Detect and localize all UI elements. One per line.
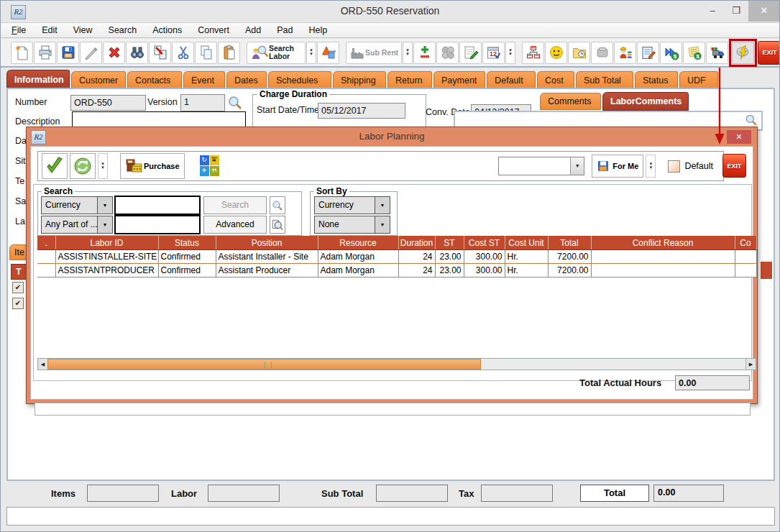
tab-shipping[interactable]: Shipping xyxy=(333,71,386,88)
col-total[interactable]: Total xyxy=(548,236,591,250)
col-cut[interactable]: Co xyxy=(735,236,756,250)
col-resource[interactable]: Resource xyxy=(318,236,398,250)
scroll-right-arrow[interactable]: ▶ xyxy=(745,359,756,370)
refresh-dropdown[interactable] xyxy=(98,153,108,179)
paste-button[interactable] xyxy=(218,42,240,64)
tab-event[interactable]: Event xyxy=(183,71,225,88)
table-row[interactable]: ASSISTANTPRODUCER Confirmed Assistant Pr… xyxy=(37,264,756,278)
transport-button[interactable] xyxy=(706,42,728,64)
row-checkbox-2[interactable]: ✔ xyxy=(12,298,24,309)
comments-tab[interactable]: Comments xyxy=(540,93,601,110)
tab-udf[interactable]: UDF xyxy=(679,71,718,88)
tab-schedules[interactable]: Schedules xyxy=(268,71,331,88)
search-match-select[interactable]: Any Part of ...▼ xyxy=(41,216,113,234)
menu-help[interactable]: Help xyxy=(308,25,327,35)
find-button[interactable] xyxy=(126,42,148,64)
menu-edit[interactable]: Edit xyxy=(42,25,58,35)
col-cost-st[interactable]: Cost ST xyxy=(464,236,505,250)
new-button[interactable] xyxy=(11,42,33,64)
labor-planning-button[interactable] xyxy=(732,42,754,64)
horizontal-scrollbar[interactable]: ◀ ▶ xyxy=(37,358,756,370)
default-checkbox[interactable] xyxy=(668,160,680,173)
scrollbar-thumb[interactable] xyxy=(47,359,481,370)
copy-button[interactable] xyxy=(195,42,217,64)
minimize-button[interactable]: – xyxy=(702,1,723,22)
col-position[interactable]: Position xyxy=(216,236,318,250)
billing-button[interactable]: $ xyxy=(683,42,705,64)
history-folder-button[interactable] xyxy=(568,42,590,64)
scroll-left-arrow[interactable]: ◀ xyxy=(38,359,48,370)
dialog-close-button[interactable]: ✕ xyxy=(727,130,751,144)
col-st[interactable]: ST xyxy=(435,236,464,250)
search-labor-button[interactable]: Search Labor xyxy=(247,42,306,64)
tab-cost[interactable]: Cost xyxy=(537,71,574,88)
maximize-button[interactable]: ❒ xyxy=(725,1,747,22)
menu-view[interactable]: View xyxy=(73,25,93,35)
search-input-2[interactable] xyxy=(114,215,201,234)
delete-button[interactable] xyxy=(103,42,125,64)
search-magnifier-button[interactable] xyxy=(270,196,285,214)
col-labor-id[interactable]: Labor ID xyxy=(55,236,158,250)
description-field[interactable] xyxy=(72,111,246,127)
groups-button[interactable] xyxy=(436,42,459,64)
advanced-button[interactable]: Advanced xyxy=(203,216,267,234)
items-field[interactable] xyxy=(87,485,159,502)
sub-rent-button[interactable]: Sub Rent xyxy=(346,42,402,64)
tab-sub-total[interactable]: Sub Total xyxy=(576,71,633,88)
col-duration[interactable]: Duration xyxy=(398,236,435,250)
org-chart-button[interactable] xyxy=(522,42,544,64)
menu-pad[interactable]: Pad xyxy=(277,25,293,35)
chevron-down-icon[interactable]: ▼ xyxy=(375,197,390,214)
menu-add[interactable]: Add xyxy=(245,25,261,35)
tab-default[interactable]: Default xyxy=(487,71,536,88)
tab-dates[interactable]: Dates xyxy=(226,71,267,88)
inactive-button[interactable] xyxy=(591,42,613,64)
menu-actions[interactable]: Actions xyxy=(152,25,182,35)
sub-total-field[interactable] xyxy=(376,485,448,502)
confirm-button[interactable] xyxy=(42,153,68,179)
tab-customer[interactable]: Customer xyxy=(71,71,126,88)
tab-contacts[interactable]: Contacts xyxy=(127,71,182,88)
for-me-button[interactable]: For Me xyxy=(592,155,643,178)
chevron-down-icon[interactable]: ▼ xyxy=(97,197,112,214)
cut-button[interactable] xyxy=(172,42,194,64)
exit-button[interactable]: EXIT xyxy=(758,41,780,65)
tab-payment[interactable]: Payment xyxy=(433,71,485,88)
search-labor-dropdown[interactable] xyxy=(306,42,316,64)
sort-primary-select[interactable]: Currency▼ xyxy=(314,196,390,214)
transfer-document-button[interactable] xyxy=(149,42,171,64)
total-actual-hours-field[interactable]: 0.00 xyxy=(675,375,750,390)
sub-rent-dropdown[interactable] xyxy=(403,42,413,64)
calendar-dropdown[interactable] xyxy=(505,42,515,64)
save-button[interactable] xyxy=(57,42,79,64)
start-datetime-field[interactable]: 05/12/2017 xyxy=(318,103,405,119)
labor-field[interactable] xyxy=(208,485,280,502)
notes-button[interactable] xyxy=(459,42,482,64)
purchase-button[interactable]: Purchase xyxy=(120,153,185,179)
crew-button[interactable] xyxy=(614,42,636,64)
row-checkbox-1[interactable]: ✔ xyxy=(12,282,24,293)
search-field-select[interactable]: Currency▼ xyxy=(41,196,113,214)
print-button[interactable] xyxy=(34,42,56,64)
chevron-down-icon[interactable]: ▼ xyxy=(570,157,584,175)
table-row[interactable]: ASSISTINSTALLER-SITE Confirmed Assistant… xyxy=(37,250,756,264)
total-field[interactable]: 0.00 xyxy=(653,485,724,502)
send-invoice-button[interactable]: $ xyxy=(660,42,682,64)
travel-services-button[interactable]: ↻ 🚖︎ ✈︎ 🍴︎ xyxy=(200,155,220,177)
dialog-exit-button[interactable]: EXIT xyxy=(722,154,746,178)
profile-combobox[interactable]: ▼ xyxy=(498,157,584,175)
tab-information[interactable]: Information xyxy=(6,70,70,88)
advanced-search-button[interactable] xyxy=(270,216,285,234)
add-remove-button[interactable] xyxy=(413,42,436,64)
col-dot[interactable]: . xyxy=(37,236,55,250)
menu-file[interactable]: File xyxy=(12,25,26,35)
refresh-button[interactable] xyxy=(70,153,96,179)
contact-button[interactable] xyxy=(545,42,567,64)
menu-convert[interactable]: Convert xyxy=(198,25,229,35)
tab-status[interactable]: Status xyxy=(635,71,678,88)
number-field[interactable]: ORD-550 xyxy=(70,95,146,111)
edit-button[interactable] xyxy=(80,42,102,64)
col-cost-unit[interactable]: Cost Unit xyxy=(505,236,548,250)
col-conflict-reason[interactable]: Conflict Reason xyxy=(591,236,735,250)
version-field[interactable]: 1 xyxy=(180,94,225,111)
